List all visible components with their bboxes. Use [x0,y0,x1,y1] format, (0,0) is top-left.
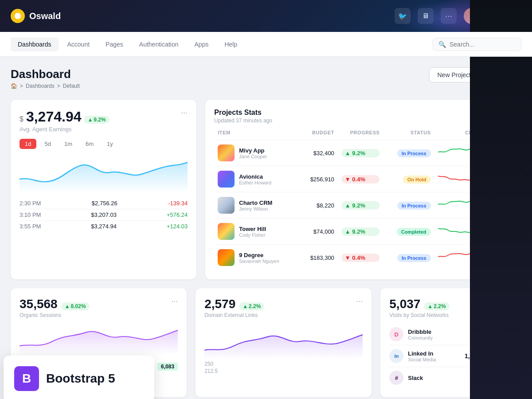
project-view-0[interactable]: → [487,140,512,166]
bootstrap-label: Bootstrap 5 [46,372,115,386]
earnings-change-badge: ▲ 9.2% [84,116,109,124]
time-tabs: 1d 5d 1m 6m 1y [20,139,188,149]
time-tab-1d[interactable]: 1d [20,139,36,149]
table-row: Avionica Esther Howard $256,910 ▼ 0.4% O… [214,166,512,192]
organic-change: ▲ 8.02% [61,302,90,310]
slack-change: ▲ 0.2% [488,374,512,381]
bootstrap-banner: B Bootstrap 5 [4,356,154,399]
time-tab-6m[interactable]: 6m [80,139,99,149]
earnings-change-1: -139.34 [168,200,188,207]
nav-item-authentication[interactable]: Authentication [132,37,186,51]
social-row-slack: # Slack 794 ▲ 0.2% [389,367,512,388]
earnings-time-3: 3:55 PM [20,223,41,230]
slack-count: 794 [470,374,480,381]
earnings-rows: 2:30 PM $2,756.26 -139.34 3:10 PM $3,207… [20,198,188,232]
time-tab-1m[interactable]: 1m [59,139,78,149]
view-btn-4[interactable]: → [491,251,503,264]
organic-card-menu[interactable]: ··· [171,297,178,318]
earnings-val-1: $2,756.26 [92,200,117,207]
status-badge-0: In Process [397,149,431,157]
search-input[interactable] [450,41,516,48]
monitor-icon-btn[interactable]: 🖥 [418,8,434,24]
earnings-value: 3,274.94 [26,109,82,125]
breadcrumb-home-icon: 🏠 [11,83,17,89]
project-view-4[interactable]: → [487,245,512,271]
project-owner-1: Esther Howard [239,180,271,185]
earnings-val-2: $3,207.03 [91,211,117,218]
project-view-3[interactable]: → [487,219,512,245]
project-progress-3: ▲ 9.2% [338,219,383,245]
project-item-cell-0: Mivy App Jane Cooper [214,140,299,166]
earnings-card: $ 3,274.94 ▲ 9.2% Avg. Agent Earnings ··… [11,100,196,279]
project-name-2: Charto CRM [239,200,272,206]
search-bar[interactable]: 🔍 [433,38,521,51]
breadcrumb-default: Default [63,83,80,89]
bootstrap-icon: B [14,366,39,391]
page-header: Dashboard 🏠 > Dashboards > Default New P… [11,67,521,89]
domain-amount: 2,579 [204,297,235,311]
project-budget-4: $183,300 [299,245,338,271]
organic-header: 35,568 ▲ 8.02% Organic Sessions [20,297,90,318]
earnings-row-2: 3:10 PM $3,207.03 +576.24 [20,209,188,221]
col-status: STATUS [383,130,434,140]
new-project-button[interactable]: New Project [429,67,479,82]
project-thumb-3 [218,223,235,240]
social-change: ▲ 2.2% [424,302,449,310]
nav-item-help[interactable]: Help [217,37,244,51]
domain-card-menu[interactable]: ··· [356,297,363,318]
time-tab-1y[interactable]: 1y [102,139,118,149]
view-btn-1[interactable]: → [491,173,503,185]
view-btn-3[interactable]: → [491,225,503,238]
earnings-card-menu[interactable]: ··· [181,109,188,117]
project-view-1[interactable]: → [487,166,512,192]
project-name-1: Avionica [239,173,271,180]
domain-chart-label-250: 250 [204,361,213,367]
social-card-menu[interactable]: ··· [506,297,512,305]
col-chart: CHART [434,130,487,140]
earnings-label: Avg. Agent Earnings [20,126,110,133]
project-owner-2: Jenny Wilson [239,206,272,211]
nav-item-apps[interactable]: Apps [188,37,216,51]
view-btn-2[interactable]: → [491,199,503,211]
project-view-2[interactable]: → [487,192,512,219]
earnings-header: $ 3,274.94 ▲ 9.2% Avg. Agent Earnings [20,109,110,133]
status-badge-4: In Process [397,254,431,262]
project-name-4: 9 Degree [239,252,279,258]
slack-icon: # [389,371,403,385]
invite-button[interactable]: + Invite [487,9,521,23]
table-row: Charto CRM Jenny Wilson $8,220 ▲ 9.2% In… [214,192,512,219]
nav-item-dashboards[interactable]: Dashboards [11,37,59,51]
dribbble-name: Dribbble [408,329,433,335]
search-icon: 🔍 [438,41,446,48]
share-icon-btn[interactable]: ⋯ [441,8,457,24]
social-label: Visits by Social Networks [389,312,449,318]
topbar-actions: 🐦 🖥 ⋯ + Invite [395,8,521,24]
project-thumb-1 [218,171,235,188]
project-item-cell-2: Charto CRM Jenny Wilson [214,192,299,219]
domain-change: ▲ 2.2% [239,302,264,310]
slack-info: Slack [408,375,423,381]
social-card: 5,037 ▲ 2.2% Visits by Social Networks ·… [380,288,521,397]
time-tab-5d[interactable]: 5d [39,139,56,149]
table-row: Tower Hill Cody Fisher $74,000 ▲ 9.2% Co… [214,219,512,245]
linkedin-change: ▼ 0.4% [488,352,512,360]
earnings-currency: $ [20,115,23,123]
main-content: Dashboard 🏠 > Dashboards > Default New P… [0,57,532,399]
domain-card: 2,579 ▲ 2.2% Domain External Links ··· [196,288,372,397]
view-btn-0[interactable]: → [491,147,503,159]
nav-item-account[interactable]: Account [60,37,97,51]
app-name: Oswald [29,11,61,21]
social-row-linkedin: in Linked In Social Media 1,088 ▼ 0.4% [389,345,512,367]
reports-button[interactable]: Reports [484,67,521,82]
avatar[interactable] [464,8,480,24]
projects-title: Projects Stats [214,109,272,117]
project-chart-1 [434,166,487,192]
col-progress: PROGRESS [338,130,383,140]
history-button[interactable]: History [483,109,512,120]
project-owner-0: Jane Cooper [239,154,267,159]
domain-chart [204,324,363,359]
nav-item-pages[interactable]: Pages [98,37,130,51]
slack-name: Slack [408,375,423,381]
projects-header: Projects Stats Updated 37 minutes ago Hi… [214,109,512,124]
bird-icon-btn[interactable]: 🐦 [395,8,411,24]
